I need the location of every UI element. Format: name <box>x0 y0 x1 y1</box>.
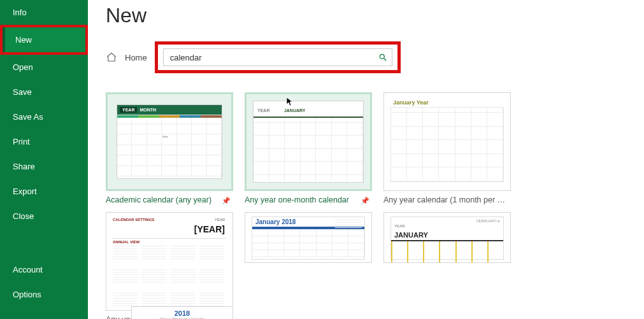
breadcrumb-home[interactable]: Home <box>125 53 147 62</box>
search-input[interactable] <box>164 53 374 62</box>
sidebar-item-label: Print <box>13 137 30 146</box>
sidebar-item-share[interactable]: Share <box>0 154 88 179</box>
sidebar-item-label: Open <box>13 62 33 72</box>
template-grid: YEAR YEAR MONTH MONTH Note <box>106 92 644 319</box>
thumb-title: JANUARY <box>391 231 503 240</box>
template-card-academic[interactable]: YEAR YEAR MONTH MONTH Note <box>106 92 233 204</box>
template-thumb: YEAR FEBRUARY ▸ JANUARY <box>383 212 511 263</box>
search-icon <box>378 53 387 62</box>
template-card-row2-1[interactable]: January 2018 <box>245 212 372 319</box>
sidebar-item-label: Share <box>13 162 35 171</box>
thumb-year-label: YEAR <box>120 107 137 113</box>
template-card-holidays[interactable]: CALENDAR SETTINGS YEAR [YEAR] ANNUAL VIE… <box>106 212 233 319</box>
main-content: New Home YEAR YEAR MONTH MONTH <box>88 0 644 319</box>
sidebar-item-label: Export <box>13 187 37 196</box>
pin-icon[interactable]: 📌 <box>361 197 369 205</box>
sidebar-item-save-as[interactable]: Save As <box>0 104 88 129</box>
template-thumb: January Year <box>383 92 511 191</box>
search-button[interactable] <box>374 49 392 66</box>
sidebar-item-open[interactable]: Open <box>0 55 88 80</box>
highlight-box-search <box>155 41 401 73</box>
thumb-year-bracket: [YEAR] <box>194 224 225 234</box>
template-label: Any year one-month calendar 📌 <box>245 195 372 204</box>
sidebar-divider <box>0 229 88 257</box>
sidebar-item-label: Save <box>13 87 32 97</box>
sidebar-item-label: Info <box>13 8 27 17</box>
template-label: Academic calendar (any year) 📌 <box>106 195 233 204</box>
template-thumb: YEAR YEAR MONTH MONTH Note <box>106 92 233 191</box>
template-card-any-year[interactable]: January Year Any year calendar (1 month … <box>383 92 511 204</box>
thumb-title: 2018 <box>132 307 233 317</box>
sidebar-item-print[interactable]: Print <box>0 129 88 154</box>
sidebar-item-info[interactable]: Info <box>0 0 88 25</box>
thumb-title: January Year <box>390 98 504 107</box>
svg-line-1 <box>383 59 386 61</box>
template-thumb: YEAR JANUARY <box>245 92 372 191</box>
template-thumb: January 2018 <box>245 212 372 263</box>
sidebar-item-save[interactable]: Save <box>0 80 88 104</box>
sidebar-item-account[interactable]: Account <box>0 257 88 282</box>
sidebar-item-label: New <box>15 35 32 45</box>
search-box <box>163 48 392 66</box>
template-thumb: CALENDAR SETTINGS YEAR [YEAR] ANNUAL VIE… <box>106 212 233 311</box>
page-title: New <box>106 4 644 27</box>
sidebar-item-label: Account <box>13 265 43 274</box>
sidebar-item-label: Save As <box>13 112 43 122</box>
template-card-one-month[interactable]: YEAR JANUARY Any <box>245 92 372 204</box>
svg-point-0 <box>380 54 384 59</box>
breadcrumb-row: Home <box>106 41 644 73</box>
sidebar-item-options[interactable]: Options <box>0 282 88 307</box>
sidebar-item-label: Options <box>13 290 41 299</box>
highlight-box-new: New <box>0 25 88 55</box>
home-icon <box>106 52 117 63</box>
template-label: Any year calendar (1 month per … <box>383 195 511 204</box>
pin-icon[interactable]: 📌 <box>222 197 231 205</box>
sidebar-item-close[interactable]: Close <box>0 204 88 229</box>
sidebar-item-label: Close <box>13 211 34 221</box>
template-card-row2-2[interactable]: YEAR FEBRUARY ▸ JANUARY <box>383 212 511 319</box>
cursor-icon <box>286 97 294 110</box>
template-thumb: 2018 (Enter a Title for Your Calendar) J… <box>131 306 233 319</box>
sidebar: Info New Open Save Save As Print Share E… <box>0 0 88 319</box>
sidebar-item-export[interactable]: Export <box>0 179 88 204</box>
sidebar-item-new[interactable]: New <box>3 27 85 52</box>
